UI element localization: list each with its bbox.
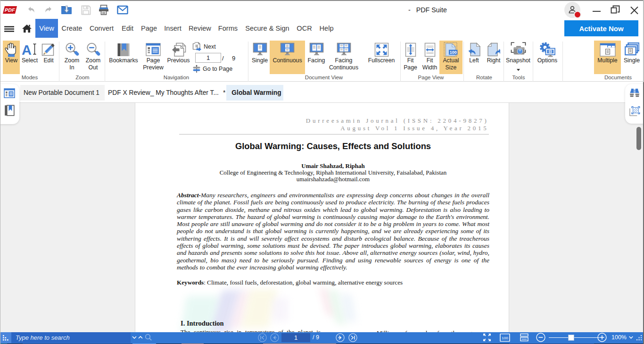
menu-tab-forms[interactable]: Forms <box>215 19 241 38</box>
account-button[interactable] <box>564 2 581 19</box>
group-label-tools: Tools <box>500 75 537 80</box>
fit-width-button[interactable]: Fit Width <box>419 41 440 74</box>
single-view-graphic <box>253 42 267 57</box>
rotate-right-button[interactable]: Right <box>484 41 504 74</box>
rotate-right-graphic <box>487 42 500 57</box>
view-mode-label: View <box>3 57 20 64</box>
snapshot-button[interactable]: Snapshot <box>504 41 533 74</box>
tab-new-portable-document-1[interactable]: New Portable Document 1 <box>20 85 105 101</box>
zoom-slider-thumb[interactable] <box>568 335 574 341</box>
options-button[interactable]: Options <box>534 41 561 74</box>
tab-pdf-x-review[interactable]: PDF X Review_ My Thoughts After T... * <box>105 85 226 101</box>
menu-tab-help[interactable]: Help <box>315 19 338 38</box>
page-number-input[interactable] <box>195 53 221 63</box>
menu-tab-create[interactable]: Create <box>58 19 86 38</box>
fit-screen-button[interactable] <box>481 333 493 343</box>
page-thumbnails-button[interactable] <box>4 87 15 99</box>
menu-tab-edit[interactable]: Edit <box>117 19 138 38</box>
facing-view-label: Facing <box>304 57 329 64</box>
close-button[interactable] <box>627 4 641 16</box>
zoom-in-button[interactable] <box>597 333 607 343</box>
snapshot-dropdown-icon[interactable] <box>517 69 520 71</box>
bookmarks-button[interactable]: Bookmarks <box>108 41 139 74</box>
notification-badge <box>574 11 581 18</box>
snapshot-label: Snapshot <box>504 57 533 64</box>
menu-tab-insert[interactable]: Insert <box>160 19 185 38</box>
zoom-out-button[interactable] <box>536 333 546 343</box>
fit-width-statusbar-button[interactable] <box>519 333 530 343</box>
search-prev-button[interactable] <box>138 333 143 343</box>
vertical-scrollbar-thumb[interactable] <box>636 127 641 150</box>
main-menu-button[interactable] <box>4 25 14 32</box>
last-page-button[interactable] <box>348 333 357 343</box>
multiple-documents-label: Multiple <box>594 57 621 64</box>
fit-page-icon <box>401 41 420 57</box>
zoom-out-label: Zoom Out <box>83 57 104 71</box>
menu-tab-secure-sign[interactable]: Secure & Sign <box>241 19 293 38</box>
print-button[interactable] <box>98 4 109 16</box>
continuous-view-button[interactable]: Continuous <box>270 41 305 74</box>
edit-mode-button[interactable]: Edit <box>40 41 58 74</box>
first-page-button[interactable] <box>257 333 267 343</box>
zoom-in-button[interactable]: Zoom In <box>61 41 83 74</box>
search-button[interactable] <box>144 333 153 343</box>
journal-line-2: August Vol 1 Issue 4, Year 2015 <box>306 125 489 133</box>
chevron-up-icon <box>138 336 143 339</box>
hamburger-icon <box>4 26 14 32</box>
open-button[interactable] <box>61 4 72 16</box>
multiple-documents-button[interactable]: Multiple <box>594 41 621 74</box>
facing-continuous-view-icon <box>329 41 359 57</box>
select-mode-button[interactable]: A Select <box>20 41 40 74</box>
menu-tab-convert[interactable]: Convert <box>86 19 117 38</box>
zoom-in-circle-icon <box>597 333 607 342</box>
zoom-out-button[interactable]: Zoom Out <box>83 41 104 74</box>
email-button[interactable] <box>117 4 128 16</box>
open-folder-icon <box>61 5 72 15</box>
single-view-button[interactable]: Single <box>247 41 273 74</box>
facing-continuous-view-button[interactable]: Facing Continuous <box>329 41 359 74</box>
maximize-button[interactable] <box>609 4 622 16</box>
snapshot-graphic <box>511 42 526 58</box>
fullscreen-button[interactable]: Fullscreen <box>363 41 400 74</box>
select-text-icon: A <box>20 41 40 57</box>
menu-tab-review[interactable]: Review <box>185 19 215 38</box>
drag-grip-icon[interactable] <box>0 332 11 343</box>
save-button[interactable] <box>80 4 91 16</box>
page-preview-button[interactable]: Page Preview <box>140 41 167 74</box>
resize-grip-icon[interactable] <box>635 333 643 343</box>
facing-continuous-view-graphic <box>337 42 351 57</box>
menu-tab-view[interactable]: View <box>35 19 58 38</box>
single-document-button[interactable]: Single <box>621 41 643 74</box>
redo-button[interactable] <box>42 4 54 16</box>
search-next-button[interactable] <box>132 333 137 343</box>
menu-tab-ocr[interactable]: OCR <box>293 19 315 38</box>
search-panel-button[interactable] <box>629 87 640 99</box>
menu-tab-page[interactable]: Page <box>138 19 160 38</box>
minimize-button[interactable] <box>590 4 603 16</box>
bookmarks-panel-button[interactable] <box>4 105 15 116</box>
next-page-button[interactable] <box>335 333 345 343</box>
actual-size-button[interactable]: 100 Actual Size <box>439 41 462 74</box>
zoom-dropdown-button[interactable] <box>628 333 634 343</box>
continuous-view-icon <box>270 41 305 57</box>
fit-page-button[interactable]: Fit Page <box>401 41 420 74</box>
rotate-left-button[interactable]: Left <box>464 41 484 74</box>
bookmarks-icon <box>108 41 139 57</box>
statusbar-page-input[interactable]: 1 <box>281 333 310 342</box>
email-icon <box>117 5 128 15</box>
facing-view-button[interactable]: Facing <box>304 41 329 74</box>
resize-grip-dots-icon <box>636 335 642 341</box>
view-mode-button[interactable]: View <box>3 41 20 74</box>
previous-page-button[interactable]: Previous <box>165 41 192 74</box>
activate-now-button[interactable]: Activate Now <box>564 20 638 36</box>
snapshot-panel-button[interactable] <box>629 105 640 117</box>
zoom-slider[interactable] <box>549 332 600 343</box>
tab-global-warming[interactable]: Global Warming <box>226 85 283 101</box>
single-view-icon <box>247 41 273 57</box>
introduction-heading: I. Introduction <box>181 319 224 327</box>
home-button[interactable] <box>22 24 32 33</box>
undo-button[interactable] <box>26 4 37 16</box>
previous-page-button[interactable] <box>270 333 279 343</box>
search-input[interactable]: Type here to search <box>11 332 131 343</box>
actual-size-statusbar-button[interactable]: 100 <box>499 333 511 343</box>
